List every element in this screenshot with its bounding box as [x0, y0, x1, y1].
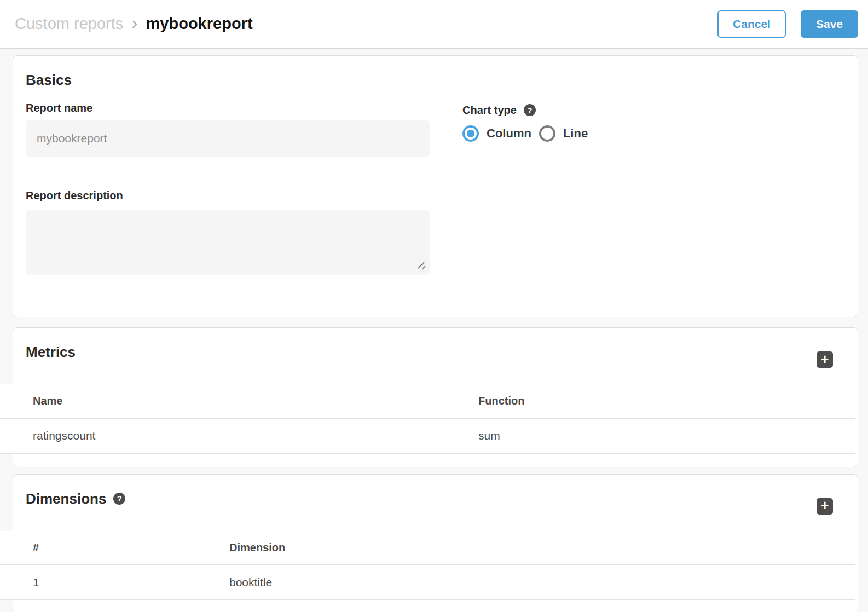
dimensions-table-header-row: # Dimension — [0, 531, 855, 565]
metrics-table: Name Function ratingscount sum — [0, 384, 855, 454]
cancel-button[interactable]: Cancel — [717, 10, 786, 38]
radio-column-label[interactable]: Column — [487, 126, 531, 141]
dimension-name-cell: booktitle — [196, 565, 855, 600]
dimensions-table: # Dimension 1 booktitle — [0, 531, 855, 601]
resize-handle-icon[interactable] — [416, 261, 426, 272]
dimensions-table-footer — [13, 600, 858, 612]
dimensions-heading: Dimensions — [26, 490, 106, 507]
chart-type-group: Chart type ? Column Line — [462, 104, 588, 142]
metrics-table-row[interactable]: ratingscount sum — [0, 418, 855, 453]
radio-option-column[interactable]: Column — [462, 125, 531, 142]
report-description-label: Report description — [26, 189, 858, 201]
radio-unselected-icon[interactable] — [539, 125, 555, 142]
report-name-input[interactable] — [26, 120, 430, 157]
content-area: Basics Report name Report description Ch… — [0, 49, 868, 612]
breadcrumb-custom-reports-link[interactable]: Custom reports — [15, 15, 123, 33]
dimensions-column-index: # — [0, 531, 196, 565]
metrics-card: Metrics + Name Function ratingscount sum — [13, 327, 858, 467]
chart-type-help-icon[interactable]: ? — [524, 104, 536, 116]
metrics-column-function: Function — [445, 384, 855, 418]
breadcrumb: Custom reports › mybookreport — [15, 15, 253, 33]
report-name-label: Report name — [26, 102, 858, 114]
chart-type-options: Column Line — [462, 125, 588, 142]
chevron-right-icon: › — [131, 13, 137, 32]
dimension-index-cell: 1 — [0, 565, 196, 600]
top-bar: Custom reports › mybookreport Cancel Sav… — [0, 0, 868, 49]
dimensions-column-dimension: Dimension — [196, 531, 855, 565]
chart-type-label: Chart type — [462, 104, 517, 116]
metric-function-cell: sum — [445, 418, 855, 453]
dimensions-table-row[interactable]: 1 booktitle — [0, 565, 855, 600]
radio-selected-icon[interactable] — [462, 125, 479, 142]
save-button[interactable]: Save — [801, 10, 858, 38]
header-actions: Cancel Save — [717, 10, 858, 38]
basics-card: Basics Report name Report description Ch… — [13, 55, 858, 317]
page-title: mybookreport — [146, 15, 253, 33]
report-description-input[interactable] — [26, 210, 430, 275]
metric-name-cell: ratingscount — [0, 418, 445, 453]
radio-line-label[interactable]: Line — [563, 126, 588, 141]
metrics-table-footer — [13, 454, 858, 467]
metrics-heading: Metrics — [26, 343, 76, 361]
add-metric-button[interactable]: + — [817, 351, 833, 368]
radio-option-line[interactable]: Line — [539, 125, 588, 142]
basics-heading: Basics — [26, 71, 858, 89]
metrics-column-name: Name — [0, 384, 445, 418]
dimensions-card: Dimensions ? + # Dimension 1 booktitle — [13, 474, 858, 612]
dimensions-help-icon[interactable]: ? — [113, 493, 125, 505]
metrics-table-header-row: Name Function — [0, 384, 855, 418]
add-dimension-button[interactable]: + — [817, 498, 833, 515]
